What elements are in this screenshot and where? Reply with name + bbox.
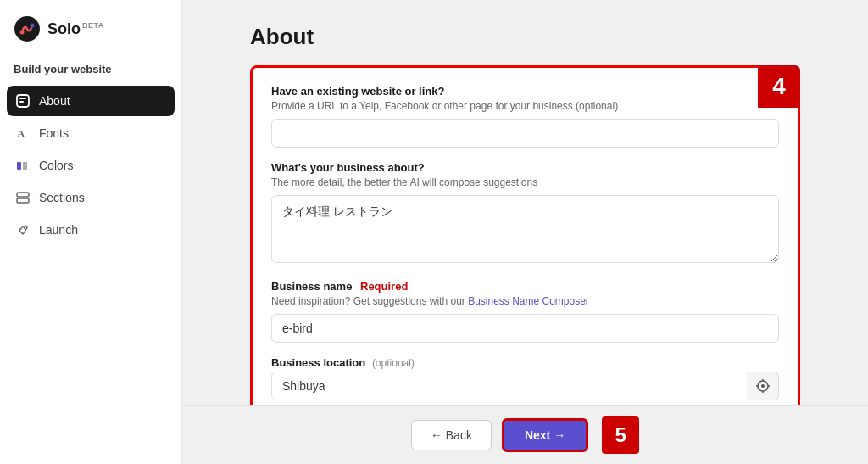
business-name-description: Need inspiration? Get suggestions with o… bbox=[271, 295, 779, 307]
svg-rect-8 bbox=[23, 162, 27, 170]
sections-icon bbox=[15, 190, 31, 205]
website-input[interactable] bbox=[271, 119, 779, 148]
business-name-input[interactable] bbox=[271, 314, 779, 343]
business-name-label: Business name Required bbox=[271, 280, 779, 293]
main-content: About 4 Have an existing website or link… bbox=[182, 0, 868, 464]
svg-rect-10 bbox=[17, 198, 29, 203]
business-about-description: The more detail, the better the AI will … bbox=[271, 176, 779, 188]
svg-rect-7 bbox=[17, 162, 21, 170]
fonts-icon: A bbox=[15, 126, 31, 141]
website-label: Have an existing website or link? bbox=[271, 85, 779, 98]
business-name-section: Business name Required Need inspiration?… bbox=[271, 280, 779, 343]
sidebar-item-colors-label: Colors bbox=[39, 159, 73, 172]
logo-text: SoloBETA bbox=[47, 20, 104, 38]
website-description: Provide a URL to a Yelp, Facebook or oth… bbox=[271, 100, 779, 112]
back-button[interactable]: ← Back bbox=[411, 420, 492, 450]
next-button[interactable]: Next → bbox=[502, 418, 588, 452]
business-location-optional: (optional) bbox=[372, 357, 415, 369]
location-wrapper bbox=[271, 372, 779, 400]
footer-bar: ← Back Next → 5 bbox=[182, 405, 868, 464]
sidebar-navigation: About A Fonts Colors bbox=[0, 82, 181, 249]
business-location-label: Business location (optional) bbox=[271, 356, 779, 369]
website-section: Have an existing website or link? Provid… bbox=[271, 85, 779, 148]
business-name-composer-link[interactable]: Business Name Composer bbox=[468, 295, 589, 307]
sidebar-item-colors[interactable]: Colors bbox=[7, 150, 175, 181]
back-button-label: ← Back bbox=[431, 428, 472, 442]
svg-rect-5 bbox=[19, 101, 24, 103]
solo-logo-icon bbox=[14, 15, 41, 42]
business-about-section: What's your business about? The more det… bbox=[271, 161, 779, 266]
sidebar-item-about-label: About bbox=[39, 94, 70, 108]
svg-point-13 bbox=[761, 384, 765, 388]
sidebar-item-fonts-label: Fonts bbox=[39, 126, 69, 140]
sidebar-item-fonts[interactable]: A Fonts bbox=[7, 118, 175, 148]
svg-text:A: A bbox=[17, 127, 25, 140]
svg-rect-9 bbox=[17, 193, 29, 197]
step-badge-4: 4 bbox=[758, 65, 800, 108]
svg-rect-4 bbox=[19, 98, 26, 99]
about-icon bbox=[15, 93, 31, 109]
logo: SoloBETA bbox=[0, 0, 181, 54]
sidebar-item-sections-label: Sections bbox=[39, 191, 85, 204]
business-about-input[interactable] bbox=[271, 195, 779, 263]
form-card: 4 Have an existing website or link? Prov… bbox=[250, 65, 800, 405]
next-button-label: Next → bbox=[525, 428, 565, 442]
location-detect-button[interactable] bbox=[747, 372, 779, 400]
business-location-input[interactable] bbox=[271, 372, 779, 400]
svg-point-2 bbox=[31, 24, 35, 28]
business-name-required: Required bbox=[360, 280, 408, 293]
business-location-section: Business location (optional) bbox=[271, 356, 779, 400]
launch-icon bbox=[15, 222, 31, 238]
sidebar-item-launch-label: Launch bbox=[39, 223, 78, 237]
svg-point-11 bbox=[24, 227, 25, 229]
svg-point-1 bbox=[20, 31, 25, 35]
sidebar-item-launch[interactable]: Launch bbox=[7, 215, 175, 245]
content-area: About 4 Have an existing website or link… bbox=[182, 0, 868, 405]
sidebar-item-about[interactable]: About bbox=[7, 86, 175, 116]
business-about-label: What's your business about? bbox=[271, 161, 779, 174]
sidebar-item-sections[interactable]: Sections bbox=[7, 182, 175, 213]
step-badge-5: 5 bbox=[602, 416, 639, 454]
colors-icon bbox=[15, 158, 31, 173]
sidebar-title: Build your website bbox=[0, 54, 181, 82]
sidebar: SoloBETA Build your website About A Fon bbox=[0, 0, 182, 464]
page-title: About bbox=[250, 24, 800, 50]
